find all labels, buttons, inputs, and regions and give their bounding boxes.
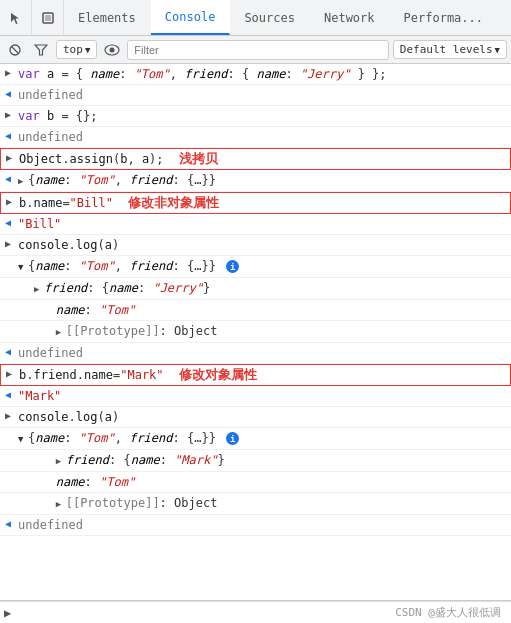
context-selector[interactable]: top ▼ — [56, 40, 97, 59]
console-line: ▶[[Prototype]]: Object — [0, 321, 511, 343]
filter-input[interactable] — [127, 40, 389, 60]
console-line: ▶friend: {name: "Mark"} — [0, 450, 511, 472]
result-arrow: ◀ — [0, 516, 16, 529]
input-object-assign: ▶ Object.assign(b, a); 浅拷贝 — [0, 148, 511, 170]
tab-performance[interactable]: Performa... — [390, 0, 498, 35]
tab-network[interactable]: Network — [310, 0, 390, 35]
console-line: ◀ "Bill" — [0, 214, 511, 235]
log-level-selector[interactable]: Default levels ▼ — [393, 40, 507, 59]
tab-sources[interactable]: Sources — [230, 0, 310, 35]
expand-arrow[interactable]: ▶ — [1, 366, 17, 379]
expand-arrow[interactable]: ▶ — [1, 194, 17, 207]
console-toolbar: top ▼ Default levels ▼ — [0, 36, 511, 64]
svg-point-6 — [110, 47, 115, 52]
eye-icon[interactable] — [101, 39, 123, 61]
result-arrow: ◀ — [0, 128, 16, 141]
expand-arrow[interactable]: ▶ — [1, 150, 17, 163]
console-line: ◀ undefined — [0, 343, 511, 364]
inspect-icon[interactable] — [32, 0, 64, 35]
expand-arrow[interactable] — [0, 257, 16, 259]
console-line: ◀ "Mark" — [0, 386, 511, 407]
input-b-name: ▶ b.name="Bill" 修改非对象属性 — [0, 192, 511, 214]
console-line: ▼{name: "Tom", friend: {…}} i — [0, 256, 511, 278]
tab-console[interactable]: Console — [151, 0, 231, 35]
console-input-area: ▶ CSDN @盛大人很低调 — [0, 601, 511, 623]
result-arrow: ◀ — [0, 171, 16, 184]
expand-arrow[interactable]: ▶ — [0, 107, 16, 120]
result-arrow: ◀ — [0, 215, 16, 228]
console-line: ▼{name: "Tom", friend: {…}} i — [0, 428, 511, 450]
console-line: name: "Tom" — [0, 472, 511, 493]
clear-console-icon[interactable] — [4, 39, 26, 61]
console-line: ◀ undefined — [0, 85, 511, 106]
console-line: ◀ ▶{name: "Tom", friend: {…}} — [0, 170, 511, 192]
console-output: ▶ var a = { name: "Tom", friend: { name:… — [0, 64, 511, 601]
info-icon: i — [226, 260, 239, 273]
console-line: ▶ console.log(a) — [0, 235, 511, 256]
console-line: ▶[[Prototype]]: Object — [0, 493, 511, 515]
console-line: name: "Tom" — [0, 300, 511, 321]
annotation-modify-non-obj: 修改非对象属性 — [128, 195, 219, 211]
console-input[interactable] — [15, 606, 395, 620]
console-line: ▶friend: {name: "Jerry"} — [0, 278, 511, 300]
console-line: ▶ var b = {}; — [0, 106, 511, 127]
context-dropdown-icon: ▼ — [85, 45, 90, 55]
log-level-dropdown-icon: ▼ — [495, 45, 500, 55]
input-b-friend-name: ▶ b.friend.name="Mark" 修改对象属性 — [0, 364, 511, 386]
watermark: CSDN @盛大人很低调 — [395, 605, 507, 620]
prompt-icon: ▶ — [4, 606, 11, 620]
console-line: ◀ undefined — [0, 127, 511, 148]
expand-arrow[interactable]: ▶ — [0, 236, 16, 249]
annotation-modify-obj: 修改对象属性 — [179, 367, 257, 383]
expand-arrow[interactable]: ▶ — [0, 408, 16, 421]
cursor-icon[interactable] — [0, 0, 32, 35]
result-arrow: ◀ — [0, 86, 16, 99]
filter-icon[interactable] — [30, 39, 52, 61]
result-arrow: ◀ — [0, 344, 16, 357]
result-arrow: ◀ — [0, 387, 16, 400]
tab-bar: Elements Console Sources Network Perform… — [0, 0, 511, 36]
expand-arrow[interactable]: ▶ — [0, 65, 16, 78]
svg-rect-1 — [45, 15, 51, 21]
console-line: ▶ console.log(a) — [0, 407, 511, 428]
svg-marker-4 — [35, 45, 47, 55]
console-line: ▶ var a = { name: "Tom", friend: { name:… — [0, 64, 511, 85]
svg-line-3 — [12, 46, 19, 53]
tab-elements[interactable]: Elements — [64, 0, 151, 35]
expand-arrow[interactable] — [16, 279, 32, 281]
info-icon: i — [226, 432, 239, 445]
annotation-shallow-copy: 浅拷贝 — [179, 151, 218, 167]
console-line: ◀ undefined — [0, 515, 511, 536]
